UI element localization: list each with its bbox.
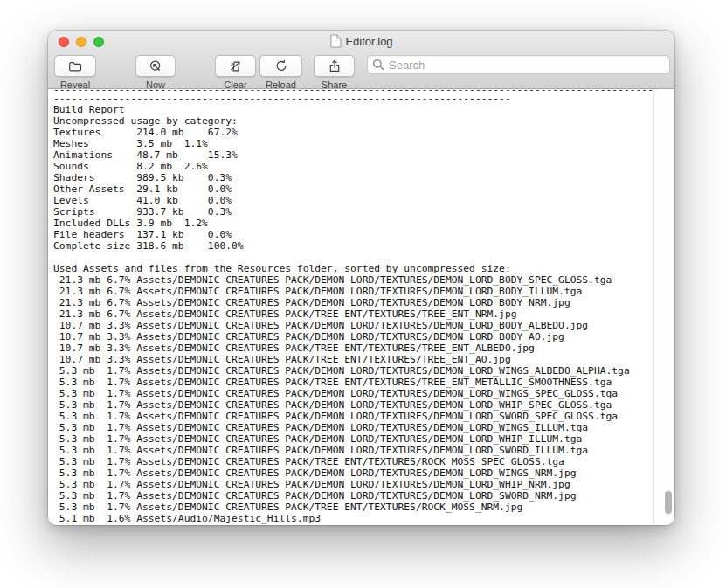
log-view[interactable]: ----------------------------------------… <box>48 89 674 525</box>
titlebar[interactable]: Editor.log <box>48 31 674 53</box>
log-line: 10.7 mb 3.3% Assets/DEMONIC CREATURES PA… <box>53 354 653 365</box>
log-line: 5.3 mb 1.7% Assets/DEMONIC CREATURES PAC… <box>53 365 653 377</box>
log-line: File headers 137.1 kb 0.0% <box>53 229 653 240</box>
toolbar-item-share: Share <box>314 55 355 90</box>
log-line: 5.3 mb 1.7% Assets/DEMONIC CREATURES PAC… <box>53 456 653 467</box>
log-line: Included DLLs 3.9 mb 1.2% <box>53 218 653 229</box>
log-line: Meshes 3.5 mb 1.1% <box>53 138 653 149</box>
jump-to-now-icon <box>148 59 163 74</box>
log-line: 5.3 mb 1.7% Assets/DEMONIC CREATURES PAC… <box>53 433 653 445</box>
window-title: Editor.log <box>345 35 392 48</box>
now-button[interactable] <box>135 55 176 77</box>
title-area: Editor.log <box>329 34 392 48</box>
reveal-button[interactable] <box>54 55 96 77</box>
log-line: 5.3 mb 1.7% Assets/DEMONIC CREATURES PAC… <box>53 388 653 399</box>
clear-button[interactable] <box>215 55 256 77</box>
document-icon <box>329 34 341 48</box>
console-window: Editor.log Reveal <box>48 31 674 525</box>
toolbar-item-now: Now <box>135 55 176 90</box>
log-line: 5.1 mb 1.6% Assets/Audio/Majestic_Hills.… <box>53 513 653 524</box>
log-line: Animations 48.7 mb 15.3% <box>53 149 653 161</box>
log-line: 21.3 mb 6.7% Assets/DEMONIC CREATURES PA… <box>53 308 653 320</box>
share-button[interactable] <box>314 55 355 77</box>
log-line <box>53 252 653 263</box>
log-line: 5.3 mb 1.7% Assets/DEMONIC CREATURES PAC… <box>53 377 653 388</box>
log-line: Scripts 933.7 kb 0.3% <box>53 206 653 218</box>
reload-button[interactable] <box>259 55 302 77</box>
toolbar-item-clear: Clear <box>215 55 256 90</box>
log-line: 21.3 mb 6.7% Assets/DEMONIC CREATURES PA… <box>53 297 653 308</box>
log-lines: ----------------------------------------… <box>53 93 653 524</box>
log-line: 21.3 mb 6.7% Assets/DEMONIC CREATURES PA… <box>53 286 653 297</box>
search-icon <box>372 59 384 71</box>
desktop: Editor.log Reveal <box>0 0 726 588</box>
scrollbar-thumb[interactable] <box>665 491 672 514</box>
log-line: 5.3 mb 1.7% Assets/DEMONIC CREATURES PAC… <box>53 445 653 456</box>
log-line: 21.3 mb 6.7% Assets/DEMONIC CREATURES PA… <box>53 274 653 286</box>
scrollbar-divider <box>653 89 654 525</box>
log-line: Shaders 989.5 kb 0.3% <box>53 172 653 183</box>
log-line: 5.3 mb 1.7% Assets/DEMONIC CREATURES PAC… <box>53 490 653 502</box>
clear-log-icon <box>228 59 244 74</box>
log-line: ----------------------------------------… <box>53 93 653 104</box>
log-line: 5.3 mb 1.7% Assets/DEMONIC CREATURES PAC… <box>53 411 653 422</box>
log-line: 5.3 mb 1.7% Assets/DEMONIC CREATURES PAC… <box>53 502 653 513</box>
log-line: 5.3 mb 1.7% Assets/DEMONIC CREATURES PAC… <box>53 399 653 411</box>
toolbar-item-reload: Reload <box>259 55 302 90</box>
reload-icon <box>273 59 289 74</box>
minimize-button[interactable] <box>76 37 86 47</box>
log-line: Used Assets and files from the Resources… <box>53 263 653 274</box>
log-line: Uncompressed usage by category: <box>53 115 653 127</box>
log-line: 10.7 mb 3.3% Assets/DEMONIC CREATURES PA… <box>53 320 653 331</box>
log-line: Build Report <box>53 104 653 115</box>
log-line: Textures 214.0 mb 67.2% <box>53 127 653 138</box>
folder-icon <box>67 59 83 74</box>
log-line: 10.7 mb 3.3% Assets/DEMONIC CREATURES PA… <box>53 342 653 354</box>
log-line: Sounds 8.2 mb 2.6% <box>53 161 653 172</box>
search-input[interactable] <box>367 55 670 74</box>
log-line: 5.3 mb 1.7% Assets/DEMONIC CREATURES PAC… <box>53 479 653 490</box>
close-button[interactable] <box>59 37 69 47</box>
window-chrome: Editor.log Reveal <box>48 31 674 89</box>
log-pane: ----------------------------------------… <box>53 89 653 525</box>
scrollbar-track[interactable] <box>654 89 674 525</box>
log-line: 10.7 mb 3.3% Assets/DEMONIC CREATURES PA… <box>53 331 653 342</box>
zoom-button[interactable] <box>93 37 104 47</box>
log-line: Complete size 318.6 mb 100.0% <box>53 240 653 252</box>
log-line: Other Assets 29.1 kb 0.0% <box>53 183 653 195</box>
share-icon <box>327 59 342 74</box>
toolbar-item-reveal: Reveal <box>54 55 96 90</box>
log-line: Levels 41.0 kb 0.0% <box>53 195 653 206</box>
log-line: 5.3 mb 1.7% Assets/DEMONIC CREATURES PAC… <box>53 467 653 479</box>
search-field-wrap <box>367 55 670 74</box>
log-line: 5.3 mb 1.7% Assets/DEMONIC CREATURES PAC… <box>53 422 653 433</box>
